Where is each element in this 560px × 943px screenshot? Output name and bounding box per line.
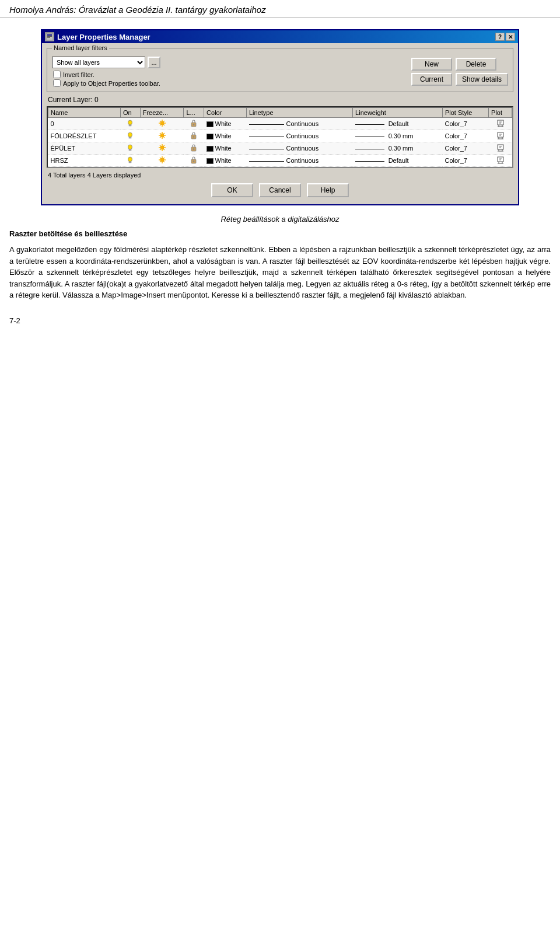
col-name: Name	[48, 108, 121, 118]
cancel-btn[interactable]: Cancel	[259, 183, 301, 197]
filter-ellipsis-btn[interactable]: ...	[148, 57, 160, 68]
svg-rect-2	[47, 36, 52, 37]
dialog-titlebar: Layer Properties Manager ? ✕	[42, 30, 518, 43]
raszter-title: Raszter betöltése és beillesztése	[9, 229, 138, 238]
row-freeze[interactable]	[140, 130, 184, 142]
linetype-line	[249, 149, 284, 149]
plot-icon	[496, 131, 505, 139]
color-name: White	[215, 157, 232, 164]
row-color[interactable]: White	[204, 118, 247, 130]
color-name: White	[215, 132, 232, 139]
row-plot[interactable]	[489, 155, 512, 167]
lock-icon	[190, 131, 198, 139]
row-plot[interactable]	[489, 130, 512, 142]
row-plot-style[interactable]: Color_7	[442, 155, 488, 167]
lock-icon	[190, 119, 198, 127]
col-lock: L...	[184, 108, 204, 118]
dialog-caption: Réteg beállítások a digitalizáláshoz	[9, 215, 551, 223]
col-plot: Plot	[489, 108, 512, 118]
layer-table-wrapper: Name On Freeze... L... Color Linetype Li…	[47, 106, 513, 168]
table-row[interactable]: FÖLDRÉSZLET WhiteContinuous 0.30 mmColor…	[48, 130, 512, 142]
filter-right-btns: New Delete Current Show details	[411, 58, 508, 86]
table-header-row: Name On Freeze... L... Color Linetype Li…	[48, 108, 512, 118]
help-btn[interactable]: Help	[307, 183, 349, 197]
row-plot[interactable]	[489, 118, 512, 130]
row-lineweight: 0.30 mm	[353, 130, 443, 142]
svg-rect-50	[129, 162, 131, 163]
row-on[interactable]	[120, 155, 140, 167]
lineweight-value: Default	[388, 120, 409, 127]
plot-icon	[496, 156, 505, 164]
new-btn[interactable]: New	[411, 58, 452, 71]
row-linetype[interactable]: Continuous	[247, 142, 353, 155]
row-lineweight: 0.30 mm	[353, 142, 443, 155]
filter-bottom-btns: Current Show details	[411, 73, 508, 86]
row-plot-style[interactable]: Color_7	[442, 118, 488, 130]
page-header: Homolya András: Óravázlat a Geodézia II.…	[0, 0, 560, 18]
filter-dropdown[interactable]: Show all layers	[52, 57, 145, 68]
filter-top-btns: New Delete	[411, 58, 508, 71]
svg-rect-58	[498, 157, 503, 162]
svg-rect-3	[47, 37, 50, 38]
apply-checkbox-label[interactable]: Apply to Object Properties toolbar.	[53, 79, 160, 87]
svg-point-4	[128, 120, 132, 125]
lineweight-value: Default	[388, 157, 409, 164]
svg-point-49	[128, 157, 132, 162]
bulb-icon	[126, 144, 134, 152]
row-freeze[interactable]	[140, 142, 184, 155]
row-freeze[interactable]	[140, 118, 184, 130]
row-lock[interactable]	[184, 142, 204, 155]
row-plot[interactable]	[489, 142, 512, 155]
table-row[interactable]: HRSZ WhiteContinuous DefaultColor_7	[48, 155, 512, 167]
table-row[interactable]: 0 WhiteContinuous DefaultColor_7	[48, 118, 512, 130]
dialog-body: Named layer filters Show all layers ...	[42, 43, 518, 204]
color-name: White	[215, 120, 232, 127]
ok-btn[interactable]: OK	[211, 183, 253, 197]
row-linetype[interactable]: Continuous	[247, 118, 353, 130]
row-lock[interactable]	[184, 155, 204, 167]
show-details-btn[interactable]: Show details	[456, 73, 508, 86]
svg-rect-43	[498, 145, 503, 149]
bulb-icon	[126, 156, 134, 164]
color-swatch	[206, 146, 214, 152]
row-name: HRSZ	[48, 155, 121, 167]
svg-rect-1	[47, 34, 52, 36]
plot-icon	[496, 119, 505, 127]
row-plot-style[interactable]: Color_7	[442, 130, 488, 142]
invert-checkbox-label[interactable]: Invert filter.	[53, 71, 160, 78]
row-lock[interactable]	[184, 130, 204, 142]
linetype-name: Continuous	[286, 145, 319, 152]
col-freeze: Freeze...	[140, 108, 184, 118]
dialog-app-icon	[45, 32, 54, 41]
named-filters-box: Named layer filters Show all layers ...	[47, 48, 513, 92]
row-color[interactable]: White	[204, 155, 247, 167]
named-filters-legend: Named layer filters	[52, 44, 109, 51]
row-plot-style[interactable]: Color_7	[442, 142, 488, 155]
linetype-line	[249, 137, 284, 137]
lineweight-line	[355, 124, 384, 125]
row-color[interactable]: White	[204, 142, 247, 155]
row-linetype[interactable]: Continuous	[247, 130, 353, 142]
row-on[interactable]	[120, 118, 140, 130]
invert-checkbox[interactable]	[53, 71, 61, 78]
help-titlebar-btn[interactable]: ?	[495, 33, 505, 41]
close-titlebar-btn[interactable]: ✕	[506, 33, 515, 41]
col-on: On	[120, 108, 140, 118]
lineweight-value: 0.30 mm	[388, 145, 414, 152]
row-freeze[interactable]	[140, 155, 184, 167]
freeze-icon	[158, 119, 166, 127]
apply-label: Apply to Object Properties toolbar.	[63, 80, 160, 87]
svg-point-57	[193, 160, 194, 162]
apply-checkbox[interactable]	[53, 79, 61, 87]
table-row[interactable]: ÉPÜLET WhiteContinuous 0.30 mmColor_7	[48, 142, 512, 155]
row-linetype[interactable]: Continuous	[247, 155, 353, 167]
row-color[interactable]: White	[204, 130, 247, 142]
row-on[interactable]	[120, 142, 140, 155]
row-on[interactable]	[120, 130, 140, 142]
row-lock[interactable]	[184, 118, 204, 130]
color-swatch	[206, 121, 214, 127]
page-number: 7-2	[9, 316, 20, 325]
delete-btn[interactable]: Delete	[456, 58, 496, 71]
row-name: FÖLDRÉSZLET	[48, 130, 121, 142]
current-btn[interactable]: Current	[411, 73, 452, 86]
